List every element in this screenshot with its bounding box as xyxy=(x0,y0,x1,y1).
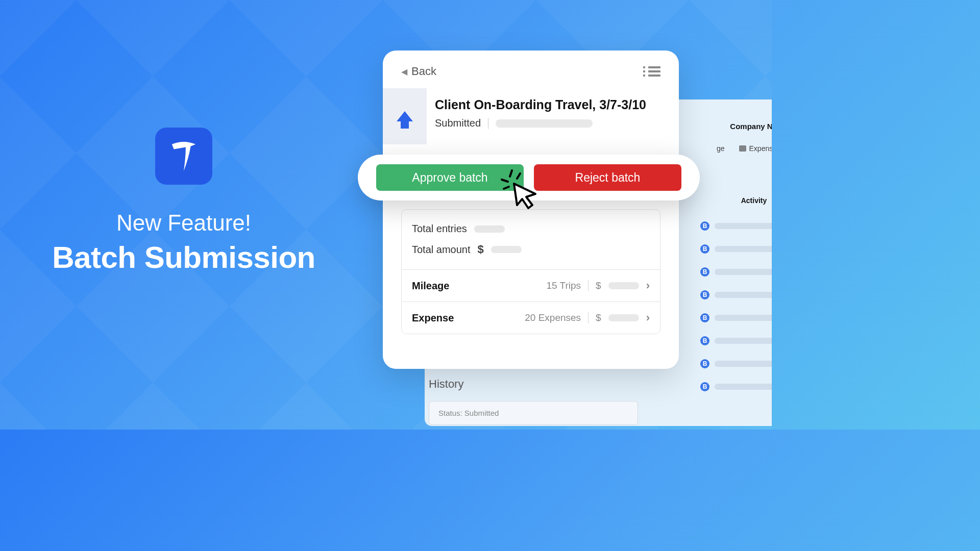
promo-subtitle: New Feature! xyxy=(31,210,337,236)
currency-symbol: $ xyxy=(478,243,484,256)
activity-row: B xyxy=(700,214,772,237)
history-section: History Status: Submitted xyxy=(419,378,638,425)
summary-row-name: Mileage xyxy=(412,280,540,292)
batch-status: Submitted xyxy=(435,117,481,129)
badge-b-icon: B xyxy=(700,359,709,368)
chevron-left-icon: ◀ xyxy=(401,67,407,77)
summary-row-meta: 20 Expenses xyxy=(525,312,581,323)
summary-row-meta: 15 Trips xyxy=(547,280,581,291)
back-label: Back xyxy=(411,65,436,78)
history-status-label: Status: Submitted xyxy=(438,409,499,417)
activity-bar-placeholder xyxy=(715,361,772,367)
summary-box: Total entries Total amount $ Mileage15 T… xyxy=(401,209,660,334)
tab-expense[interactable]: Expense xyxy=(739,144,772,153)
activity-row: B xyxy=(700,375,772,398)
promo-panel: New Feature! Batch Submission xyxy=(31,128,337,275)
badge-b-icon: B xyxy=(700,313,709,322)
activity-bar-placeholder xyxy=(715,292,772,298)
activity-bar-placeholder xyxy=(715,223,772,229)
batch-title: Client On-Boarding Travel, 3/7-3/10 xyxy=(435,97,667,112)
badge-b-icon: B xyxy=(700,244,709,254)
batch-detail-card: ◀ Back Client On-Boarding Travel, 3/7-3/… xyxy=(383,51,679,369)
summary-row-amount-placeholder xyxy=(608,282,639,289)
activity-bar-placeholder xyxy=(715,338,772,344)
activity-row: B xyxy=(700,283,772,306)
chevron-right-icon: › xyxy=(646,279,650,292)
currency-symbol: $ xyxy=(596,280,601,291)
summary-row[interactable]: Mileage15 Trips$› xyxy=(402,270,660,302)
badge-b-icon: B xyxy=(700,221,709,231)
badge-b-icon: B xyxy=(700,382,709,391)
back-button[interactable]: ◀ Back xyxy=(401,65,436,78)
badge-b-icon: B xyxy=(700,267,709,277)
badge-b-icon: B xyxy=(700,336,709,345)
total-entries-label: Total entries xyxy=(412,223,467,235)
app-logo-icon xyxy=(155,128,212,185)
total-amount-value-placeholder xyxy=(491,246,522,253)
total-entries-value-placeholder xyxy=(474,226,505,233)
summary-row-amount-placeholder xyxy=(608,314,639,321)
total-amount-label: Total amount xyxy=(412,244,471,256)
activity-bar-placeholder xyxy=(715,384,772,390)
activity-row: B xyxy=(700,260,772,283)
list-icon[interactable] xyxy=(648,66,660,77)
batch-action-bar: Approve batch Reject batch xyxy=(358,155,700,201)
activity-bar-placeholder xyxy=(715,315,772,321)
batch-status-icon-tile xyxy=(383,88,427,144)
summary-row[interactable]: Expense20 Expenses$› xyxy=(402,302,660,334)
promo-title: Batch Submission xyxy=(31,240,337,275)
activity-column-header: Activity xyxy=(731,196,772,205)
upload-arrow-icon xyxy=(397,111,413,121)
tab-mileage[interactable]: ge xyxy=(717,144,725,153)
credit-card-icon xyxy=(739,145,746,152)
activity-row: B xyxy=(700,329,772,352)
history-heading: History xyxy=(419,378,638,391)
activity-row: B xyxy=(700,237,772,260)
activity-bar-placeholder xyxy=(715,269,772,275)
summary-row-name: Expense xyxy=(412,312,518,324)
activity-row: B xyxy=(700,306,772,329)
reject-batch-button[interactable]: Reject batch xyxy=(534,164,681,191)
activity-bar-placeholder xyxy=(715,246,772,252)
company-name-label: Company Na xyxy=(730,122,772,131)
currency-symbol: $ xyxy=(596,312,601,323)
history-entry: Status: Submitted xyxy=(429,401,638,425)
approve-batch-button[interactable]: Approve batch xyxy=(376,164,524,191)
chevron-right-icon: › xyxy=(646,311,650,324)
badge-b-icon: B xyxy=(700,290,709,299)
activity-row: B xyxy=(700,352,772,375)
status-detail-placeholder xyxy=(496,119,593,128)
